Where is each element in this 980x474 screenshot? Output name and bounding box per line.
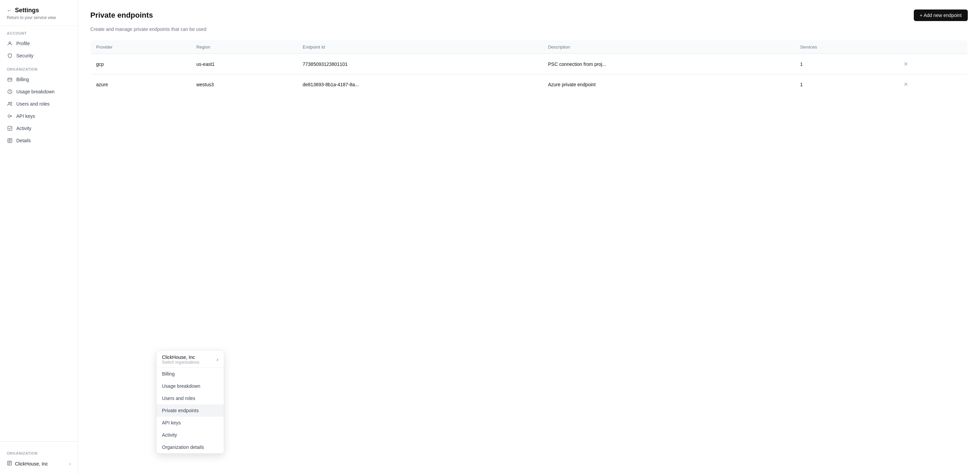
row2-endpoint-id: de813693-8b1a-4187-8a... <box>297 74 542 95</box>
org-dropdown-menu: ClickHouse, Inc Switch organizations › B… <box>156 350 224 453</box>
endpoints-table: Provider Region Endpoint Id Description … <box>90 40 968 95</box>
org-section-label: Organization <box>0 62 78 73</box>
org-switcher[interactable]: ClickHouse, Inc › <box>0 457 78 470</box>
col-endpoint-id: Endpoint Id <box>297 40 542 54</box>
add-endpoint-button[interactable]: + Add new endpoint <box>914 10 968 21</box>
row2-delete-button[interactable]: ✕ <box>902 81 910 88</box>
activity-label: Activity <box>16 126 31 131</box>
settings-title-link[interactable]: ← Settings <box>7 7 71 14</box>
sidebar-item-usage[interactable]: Usage breakdown <box>0 86 78 98</box>
org-icon <box>7 460 12 467</box>
svg-point-3 <box>8 102 10 103</box>
users-icon <box>7 101 13 107</box>
main-content: Private endpoints + Add new endpoint Cre… <box>78 0 980 474</box>
security-label: Security <box>16 53 33 59</box>
col-services: Services <box>795 40 896 54</box>
back-arrow-icon: ← <box>7 8 12 14</box>
dropdown-item-users[interactable]: Users and roles <box>156 392 224 404</box>
bottom-org-label: Organization <box>0 446 78 457</box>
svg-rect-1 <box>8 78 12 81</box>
table-body: gcp us-east1 77385093123801101 PSC conne… <box>91 54 968 95</box>
row1-actions: ✕ <box>896 54 967 74</box>
dropdown-item-activity[interactable]: Activity <box>156 429 224 441</box>
dropdown-item-api-keys[interactable]: API keys <box>156 417 224 429</box>
sidebar-item-security[interactable]: Security <box>0 49 78 62</box>
api-keys-label: API keys <box>16 113 35 119</box>
activity-icon <box>7 125 13 131</box>
billing-label: Billing <box>16 77 29 82</box>
dropdown-item-org-details[interactable]: Organization details <box>156 441 224 453</box>
return-to-service-link[interactable]: Return to your service view <box>7 15 71 20</box>
chevron-right-icon: › <box>69 461 71 467</box>
usage-icon <box>7 89 13 95</box>
row1-provider: gcp <box>91 54 191 74</box>
row1-services: 1 <box>795 54 896 74</box>
users-label: Users and roles <box>16 101 49 107</box>
col-provider: Provider <box>91 40 191 54</box>
sidebar-item-profile[interactable]: Profile <box>0 37 78 49</box>
row2-provider: azure <box>91 74 191 95</box>
sidebar-bottom: Organization ClickHouse, Inc › <box>0 441 78 474</box>
table-header: Provider Region Endpoint Id Description … <box>91 40 968 54</box>
dropdown-chevron-icon: › <box>216 356 218 363</box>
profile-icon <box>7 40 13 46</box>
sidebar-item-api-keys[interactable]: API keys <box>0 110 78 122</box>
dropdown-org-sub: Switch organizations <box>162 360 199 365</box>
settings-label: Settings <box>15 7 39 14</box>
row2-services: 1 <box>795 74 896 95</box>
col-region: Region <box>191 40 297 54</box>
page-title: Private endpoints <box>90 11 153 20</box>
sidebar-item-activity[interactable]: Activity <box>0 122 78 134</box>
dropdown-item-private-endpoints[interactable]: Private endpoints <box>156 404 224 417</box>
billing-icon <box>7 76 13 83</box>
table-row: gcp us-east1 77385093123801101 PSC conne… <box>91 54 968 74</box>
row1-region: us-east1 <box>191 54 297 74</box>
dropdown-item-usage[interactable]: Usage breakdown <box>156 380 224 392</box>
sidebar-header: ← Settings Return to your service view <box>0 0 78 26</box>
dropdown-org-name: ClickHouse, Inc <box>162 355 199 360</box>
dropdown-item-billing[interactable]: Billing <box>156 368 224 380</box>
row1-description: PSC connection from proj... <box>542 54 795 74</box>
dropdown-org-switcher[interactable]: ClickHouse, Inc Switch organizations › <box>156 350 224 368</box>
org-name: ClickHouse, Inc <box>15 461 48 466</box>
api-keys-icon <box>7 113 13 119</box>
svg-point-4 <box>11 102 12 103</box>
row1-delete-button[interactable]: ✕ <box>902 60 910 68</box>
usage-label: Usage breakdown <box>16 89 55 94</box>
main-header: Private endpoints + Add new endpoint <box>90 10 968 21</box>
row2-description: Azure private endpoint <box>542 74 795 95</box>
row2-actions: ✕ <box>896 74 967 95</box>
row2-region: westus3 <box>191 74 297 95</box>
details-icon <box>7 137 13 144</box>
col-actions <box>896 40 967 54</box>
sidebar-item-billing[interactable]: Billing <box>0 73 78 86</box>
account-section-label: Account <box>0 26 78 37</box>
page-subtitle: Create and manage private endpoints that… <box>90 27 968 32</box>
details-label: Details <box>16 138 31 143</box>
shield-icon <box>7 52 13 59</box>
table-row: azure westus3 de813693-8b1a-4187-8a... A… <box>91 74 968 95</box>
row1-endpoint-id: 77385093123801101 <box>297 54 542 74</box>
svg-point-0 <box>9 42 11 43</box>
sidebar: ← Settings Return to your service view A… <box>0 0 78 474</box>
profile-label: Profile <box>16 41 30 46</box>
sidebar-item-details[interactable]: Details <box>0 134 78 147</box>
sidebar-item-users[interactable]: Users and roles <box>0 98 78 110</box>
col-description: Description <box>542 40 795 54</box>
